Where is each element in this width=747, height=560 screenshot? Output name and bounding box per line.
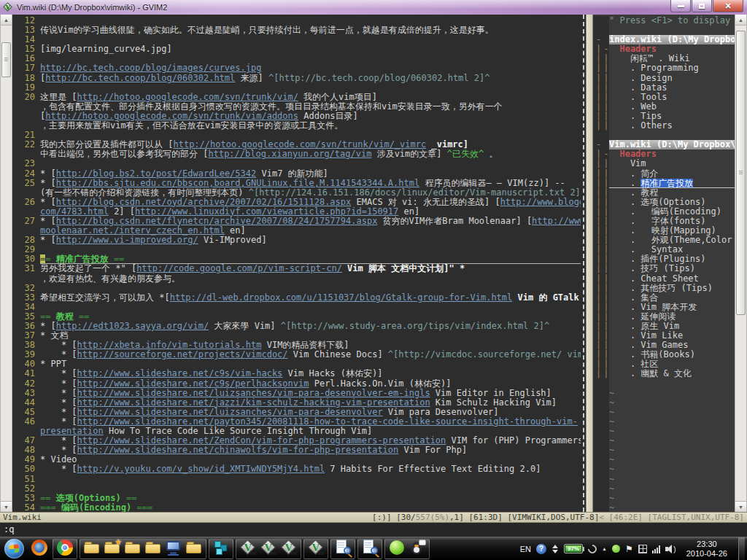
editor-line-34[interactable]: 34	[12, 303, 581, 312]
hyperlink-text[interactable]: com/4783.html	[40, 207, 109, 217]
hyperlink-text[interactable]: moolenaar.net./interv_czech_en.html	[40, 226, 225, 236]
taglist-row[interactable]	[593, 26, 735, 35]
editor-line-18[interactable]: 18[http://bc.tech.coop/blog/060302.html …	[12, 74, 581, 83]
taglist-row[interactable]: || . 社区	[593, 359, 735, 369]
taglist-row[interactable]: || . 其他技巧 (Tips)	[593, 284, 735, 293]
hyperlink-text[interactable]: http://xbeta.info/vim-tutorials.htm	[77, 341, 262, 350]
hyperlink-text[interactable]: http://www.slideshare.net/payton345/2008…	[77, 417, 578, 427]
editor-line-47[interactable]: 47 * [http://www.slideshare.net/ZendCon/…	[12, 436, 581, 446]
editor-line-wrap[interactable]: ，包含有配置文件、部分插件及根据自身习惯改写的资源文件。项目目录结构基本保持和v…	[12, 102, 581, 112]
editor-line-wrap[interactable]: moolenaar.net./interv_czech_en.html en]	[12, 226, 581, 236]
tray-green-icon[interactable]	[612, 545, 620, 553]
taglist-row[interactable]: || . Design	[593, 74, 735, 83]
editor-line-26[interactable]: 26* [http://blog.csdn.net/oyd/archive/20…	[12, 198, 581, 207]
hyperlink-text[interactable]: http://blog.csdn.net/flynetcn/archive/20…	[56, 217, 378, 226]
editor-line-wrap[interactable]: (有一些不错的介绍和资源链接，有时间整理到本页) ^[http://124.16…	[12, 188, 581, 198]
taglist-row[interactable]: ~	[593, 408, 735, 417]
taglist-row[interactable]: || . 幽默 & 文化	[593, 369, 735, 378]
taglist-row[interactable]: || . 书籍(Books)	[593, 350, 735, 359]
editor-line-49[interactable]: 49* Video	[12, 455, 581, 464]
editor-line-25[interactable]: 25* [http://bbs.sjtu.edu.cn/bbscon,board…	[12, 179, 581, 188]
editor-line-40[interactable]: 40* PPT	[12, 359, 581, 369]
editor-line-52[interactable]: 52	[12, 484, 581, 494]
editor-line-22[interactable]: 22我的大部分设置及插件都可以从 [http://hotoo.googlecod…	[12, 140, 581, 149]
taskbar-button-gvim-group[interactable]: VimVimVim	[236, 539, 301, 559]
battery-indicator[interactable]: 97%	[564, 544, 583, 553]
editor-line-45[interactable]: 45 * [http://www.slideshare.net/luizsanc…	[12, 408, 581, 417]
volume-icon[interactable]: )	[665, 544, 677, 554]
editor-line-13[interactable]: 13传说Vim的学习曲线很陡，确实如此。不过越是陡峭，只要持续付出，每前进一点，…	[12, 26, 581, 35]
taglist-row[interactable]: || . Vim 脚本开发	[593, 303, 735, 312]
hyperlink-text[interactable]: http://hotoo.googlecode.com/svn/trunk/vi…	[77, 93, 298, 102]
hyperlink-text[interactable]: http://code.google.com/p/vim-script-cn/	[136, 264, 342, 273]
tray-grid-icon[interactable]	[638, 545, 647, 553]
hyperlink-text[interactable]: http://www.slideshare.net/luizsanches/vi…	[77, 408, 383, 417]
editor-line-27[interactable]: 27* [http://blog.csdn.net/flynetcn/archi…	[12, 217, 581, 226]
editor-line-36[interactable]: 36* [http://edt1023.sayya.org/vim/ 大家來學 …	[12, 322, 581, 331]
taskbar-button-doc-search-2[interactable]	[357, 539, 382, 559]
editor-line-33[interactable]: 33希望相互交流学习，可以加入 *[http://dl-web.dropbox.…	[12, 293, 581, 303]
minimize-button[interactable]	[670, 0, 691, 12]
editor-line-37[interactable]: 37* 文档	[12, 331, 581, 341]
editor-window[interactable]: 1213传说Vim的学习曲线很陡，确实如此。不过越是陡峭，只要持续付出，每前进一…	[12, 15, 581, 512]
editor-line-43[interactable]: 43 * [http://www.slideshare.net/luizsanc…	[12, 389, 581, 398]
hyperlink-text[interactable]: http://bc.tech.coop/blog/060302.html	[45, 74, 235, 83]
restore-button[interactable]	[692, 0, 712, 12]
taglist-row[interactable]: || . 原生 Vim	[593, 322, 735, 331]
taglist-row[interactable]: || . Cheat Sheet	[593, 274, 735, 284]
taglist-row[interactable]: || . Tools	[593, 93, 735, 102]
window-split-separator[interactable]	[581, 15, 586, 512]
hidden-icons-caret[interactable]: ▲	[602, 546, 607, 551]
hyperlink-text[interactable]: http://www.slideshare.net/c9s/vim-hacks	[77, 369, 283, 378]
editor-line-51[interactable]: 51	[12, 475, 581, 484]
taglist-row[interactable]: ~	[593, 389, 735, 398]
close-button[interactable]: ✕	[713, 0, 743, 12]
start-button[interactable]	[2, 539, 26, 559]
editor-line-16[interactable]: 16	[12, 54, 581, 63]
hyperlink-text[interactable]: http://www.slideshare.net/c9s/perlhackso…	[77, 379, 309, 389]
taglist-row[interactable]: || . 教程	[593, 188, 735, 198]
hyperlink-text[interactable]: http://sourceforge.net/projects/vimcdoc/	[77, 350, 288, 359]
help-icon[interactable]: ?	[536, 544, 546, 554]
taglist-file-row[interactable]: -index.wiki (D:\My Dropbox\v	[593, 35, 735, 44]
editor-line-21[interactable]: 21	[12, 131, 581, 140]
editor-line-12[interactable]: 12	[12, 16, 581, 26]
taglist-row[interactable]: || . 映射(Mapping)	[593, 226, 735, 236]
network-signal-icon[interactable]	[652, 545, 660, 553]
taglist-row[interactable]: ~	[593, 446, 735, 455]
hyperlink-text[interactable]: http://www.linuxdiyf.com/viewarticle.php…	[135, 207, 398, 217]
taglist-right-scrollbar[interactable]: ▲ ▼	[735, 15, 747, 512]
taglist-row[interactable]: || . 简介	[593, 169, 735, 179]
hyperlink-text[interactable]: presentation	[40, 427, 104, 436]
taglist-row[interactable]: |- Headers	[593, 149, 735, 159]
taglist-row[interactable]: ~	[593, 503, 735, 512]
power-plug-icon[interactable]	[587, 542, 599, 555]
taglist-row[interactable]: ~	[593, 398, 735, 408]
editor-line-23[interactable]: 23	[12, 159, 581, 168]
taglist-row[interactable]: || . 外观(Theme,Color Sc	[593, 236, 735, 245]
taglist-row[interactable]: || . Others	[593, 121, 735, 131]
taglist-row[interactable]: || . Tips	[593, 112, 735, 121]
editor-line-32[interactable]: 32	[12, 284, 581, 293]
action-center-flag-icon[interactable]: ⚑	[625, 545, 633, 553]
hyperlink-text[interactable]: http://www.	[532, 217, 581, 226]
hyperlink-text[interactable]: http://www.bloggern.	[500, 198, 581, 207]
taskbar-button-explorer-windows[interactable]: ★	[80, 539, 206, 559]
taskbar-button-doc-search-1[interactable]	[330, 539, 355, 559]
editor-line-wrap[interactable]: [http://hotoo.googlecode.com/svn/trunk/v…	[12, 112, 581, 121]
editor-line-38[interactable]: 38 * [http://xbeta.info/vim-tutorials.ht…	[12, 341, 581, 350]
taglist-row[interactable]: |- Headers	[593, 44, 735, 54]
taglist-row[interactable]: || . Web	[593, 102, 735, 112]
editor-line-53[interactable]: 53== 选项(Options) ==	[12, 494, 581, 503]
hyperlink-text[interactable]: http://blog.csdn.net/oyd/archive/2007/02…	[56, 198, 352, 207]
taskbar-button-chat-group[interactable]	[384, 539, 430, 559]
window-titlebar[interactable]: V Vim.wiki (D:\My Dropbox\vimwiki) - GVI…	[0, 0, 747, 15]
taglist-row[interactable]: ~	[593, 427, 735, 436]
editor-line-wrap[interactable]: ，主要用来放置和vim有关，但不适合放在vim安装目录中的资源或工具文件。	[12, 121, 581, 131]
editor-line-31[interactable]: 31另外我发起了一个 *" [http://code.google.com/p/…	[12, 264, 581, 273]
editor-line-35[interactable]: 35== 教程 ==	[12, 312, 581, 322]
editor-line-54[interactable]: 54=== 编码(Encoding) ===	[12, 503, 581, 512]
taglist-row[interactable]: || . 插件(Plugins)	[593, 254, 735, 264]
editor-line-14[interactable]: 14	[12, 35, 581, 44]
taglist-row[interactable]: ~	[593, 436, 735, 446]
